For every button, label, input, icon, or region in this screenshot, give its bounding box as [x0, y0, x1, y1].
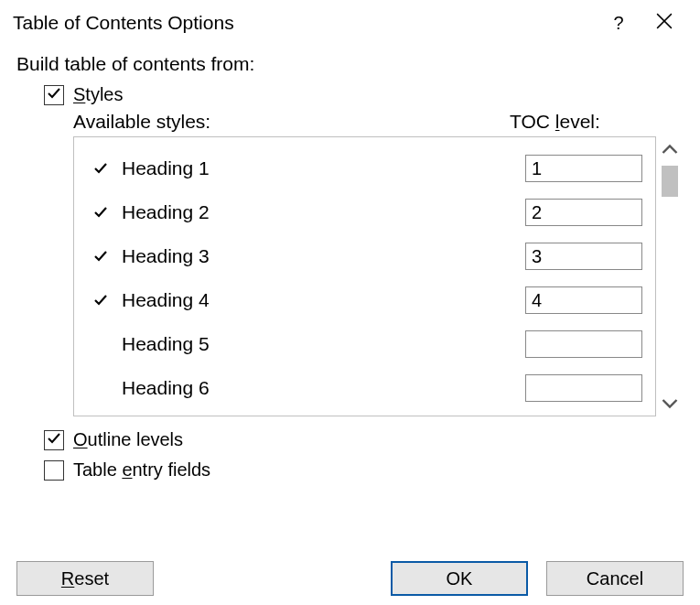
check-icon	[47, 84, 61, 105]
titlebar: Table of Contents Options ?	[0, 0, 700, 46]
toc-level-header: TOC level:	[510, 111, 684, 133]
style-row: Heading 3	[87, 234, 642, 278]
cancel-button[interactable]: Cancel	[546, 561, 684, 596]
build-from-label: Build table of contents from:	[16, 53, 684, 75]
toc-level-input[interactable]	[525, 243, 642, 270]
toc-level-input[interactable]	[525, 330, 642, 358]
style-name-label: Heading 5	[114, 333, 525, 355]
toc-level-input[interactable]	[525, 374, 642, 402]
style-row: Heading 2	[87, 190, 642, 234]
styles-checkbox-label: Styles	[73, 84, 123, 105]
button-bar: Reset OK Cancel	[0, 561, 700, 596]
check-icon	[47, 429, 61, 450]
style-row: Heading 4	[87, 278, 642, 322]
styles-list: Heading 1 Heading 2 Heading 3 Heading 4	[73, 136, 656, 416]
close-icon	[656, 13, 673, 34]
style-name-label: Heading 1	[114, 157, 525, 179]
outline-levels-row: Outline levels	[44, 429, 684, 450]
styles-checkbox[interactable]	[44, 85, 64, 105]
ok-button[interactable]: OK	[391, 561, 528, 596]
scrollbar[interactable]	[656, 136, 684, 416]
outline-levels-label: Outline levels	[73, 429, 183, 450]
style-name-label: Heading 3	[114, 245, 525, 267]
in-use-icon	[87, 293, 114, 308]
lower-options: Outline levels Table entry fields	[16, 429, 684, 481]
styles-list-area: Heading 1 Heading 2 Heading 3 Heading 4	[73, 136, 684, 416]
outline-levels-checkbox[interactable]	[44, 430, 64, 450]
in-use-icon	[87, 161, 114, 176]
style-row: Heading 5	[87, 322, 642, 366]
style-name-label: Heading 2	[114, 201, 525, 223]
dialog-content: Build table of contents from: Styles Ava…	[0, 46, 700, 481]
help-icon: ?	[613, 13, 623, 34]
style-row: Heading 6	[87, 366, 642, 410]
close-button[interactable]	[641, 0, 687, 46]
in-use-icon	[87, 249, 114, 264]
toc-options-dialog: Table of Contents Options ? Build table …	[0, 0, 700, 605]
column-headers: Available styles: TOC level:	[73, 111, 684, 133]
table-entry-fields-row: Table entry fields	[44, 459, 684, 481]
style-row: Heading 1	[87, 146, 642, 190]
reset-button[interactable]: Reset	[16, 561, 154, 596]
toc-level-input[interactable]	[525, 199, 642, 226]
toc-level-input[interactable]	[525, 286, 642, 314]
scroll-thumb[interactable]	[662, 166, 678, 197]
dialog-title: Table of Contents Options	[13, 12, 596, 34]
styles-checkbox-row: Styles	[44, 84, 684, 105]
scroll-up-icon[interactable]	[662, 142, 678, 158]
available-styles-header: Available styles:	[73, 111, 510, 133]
in-use-icon	[87, 205, 114, 220]
style-name-label: Heading 4	[114, 289, 525, 311]
style-name-label: Heading 6	[114, 377, 525, 399]
toc-level-input[interactable]	[525, 155, 642, 182]
table-entry-fields-label: Table entry fields	[73, 459, 210, 481]
table-entry-fields-checkbox[interactable]	[44, 460, 64, 481]
help-button[interactable]: ?	[596, 0, 641, 46]
scroll-down-icon[interactable]	[662, 394, 678, 411]
